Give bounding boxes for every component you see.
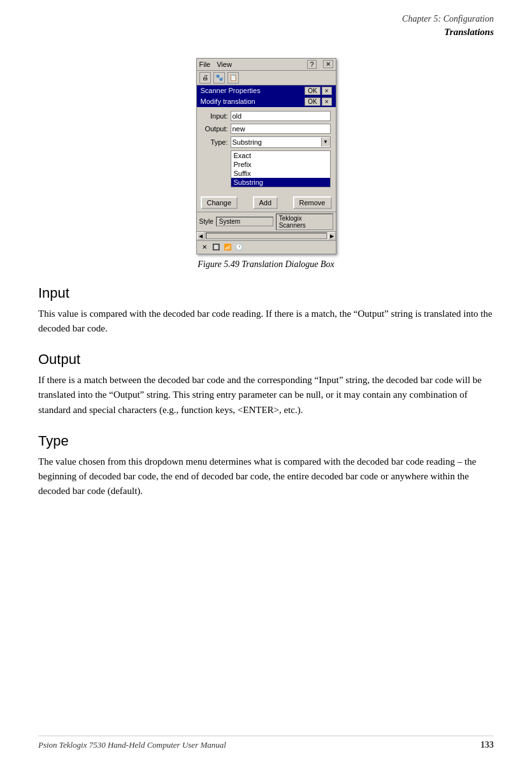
input-body: This value is compared with the decoded …	[38, 307, 494, 337]
toolbar-icon-2[interactable]: 🐾	[213, 72, 225, 84]
scanner-ok-button[interactable]: OK	[305, 87, 320, 95]
modify-bar-label: Modify translation	[201, 98, 255, 105]
input-row: Input:	[202, 111, 331, 121]
scanner-close-button[interactable]: ×	[322, 87, 332, 95]
page-header: Chapter 5: Configuration Translations	[38, 13, 494, 39]
output-body: If there is a match between the decoded …	[38, 373, 494, 418]
menu-view[interactable]: View	[217, 61, 232, 68]
toolbar-row: 🖨 🐾 📋	[197, 71, 336, 85]
chapter-label: Chapter 5: Configuration	[38, 13, 494, 25]
buttons-row: Change Add Remove	[197, 194, 336, 212]
status-style: System	[216, 217, 273, 226]
change-button[interactable]: Change	[201, 196, 238, 209]
footer-page: 133	[480, 740, 494, 750]
page-title: Translations	[38, 25, 494, 39]
footer-left: Psion Teklogix 7530 Hand-Held Computer U…	[38, 740, 226, 750]
output-row: Output:	[202, 124, 331, 134]
type-dropdown-value: Substring	[231, 138, 321, 146]
menu-file[interactable]: File	[199, 61, 211, 68]
page-footer: Psion Teklogix 7530 Hand-Held Computer U…	[38, 736, 494, 750]
type-dropdown[interactable]: Substring ▼	[231, 136, 331, 148]
input-label: Input:	[202, 112, 231, 120]
modify-close-button[interactable]: ×	[322, 98, 332, 106]
taskbar-bottom: ✕ 🔲 📶 🕐	[197, 240, 336, 254]
scanner-bar: Scanner Properties OK ×	[197, 85, 336, 96]
type-row: Type: Substring ▼	[202, 136, 331, 148]
taskbar-icon-time: 🕐	[234, 242, 244, 252]
toolbar-icon-3[interactable]: 📋	[227, 72, 239, 84]
status-bar: Style System Teklogix Scanners	[197, 212, 336, 231]
dropdown-item-substring[interactable]: Substring	[231, 178, 330, 187]
type-body: The value chosen from this dropdown menu…	[38, 454, 494, 499]
modify-bar: Modify translation OK ×	[197, 96, 336, 107]
figure-container: File View ? ✕ 🖨 🐾 📋 Scanner Properties O…	[38, 58, 494, 270]
input-field[interactable]	[231, 111, 331, 121]
taskbar-icon-signal: 📶	[222, 242, 233, 252]
scanner-bar-label: Scanner Properties	[201, 87, 261, 94]
dropdown-list: Exact Prefix Suffix Substring	[231, 150, 331, 187]
chevron-down-icon[interactable]: ▼	[321, 138, 330, 147]
menu-help[interactable]: ?	[307, 60, 316, 69]
dropdown-item-suffix[interactable]: Suffix	[231, 169, 330, 178]
input-heading: Input	[38, 285, 494, 302]
taskbar-icon-x[interactable]: ✕	[199, 242, 210, 252]
modify-ok-button[interactable]: OK	[305, 98, 320, 106]
menu-close[interactable]: ✕	[323, 60, 333, 68]
remove-button[interactable]: Remove	[293, 196, 332, 209]
form-area: Input: Output: Type: Substring ▼	[197, 107, 336, 194]
horizontal-scrollbar[interactable]: ◀ ▶	[197, 231, 336, 240]
scroll-thumb[interactable]	[206, 233, 327, 239]
dropdown-item-exact[interactable]: Exact	[231, 151, 330, 160]
scroll-right-icon[interactable]: ▶	[328, 232, 336, 240]
type-heading: Type	[38, 433, 494, 449]
output-field[interactable]	[231, 124, 331, 134]
output-label: Output:	[202, 125, 231, 133]
type-label: Type:	[202, 138, 231, 146]
dialog-menubar: File View ? ✕	[197, 59, 336, 71]
style-label: Style	[199, 218, 213, 225]
status-scanners: Teklogix Scanners	[276, 214, 333, 230]
scroll-left-icon[interactable]: ◀	[197, 232, 205, 240]
output-heading: Output	[38, 351, 494, 368]
add-button[interactable]: Add	[253, 196, 278, 209]
dropdown-item-prefix[interactable]: Prefix	[231, 160, 330, 169]
toolbar-icon-1[interactable]: 🖨	[199, 72, 211, 84]
figure-caption: Figure 5.49 Translation Dialogue Box	[198, 259, 334, 270]
dialog-box: File View ? ✕ 🖨 🐾 📋 Scanner Properties O…	[196, 58, 336, 254]
page-container: Chapter 5: Configuration Translations Fi…	[0, 0, 532, 763]
taskbar-icon-check[interactable]: 🔲	[211, 242, 221, 252]
